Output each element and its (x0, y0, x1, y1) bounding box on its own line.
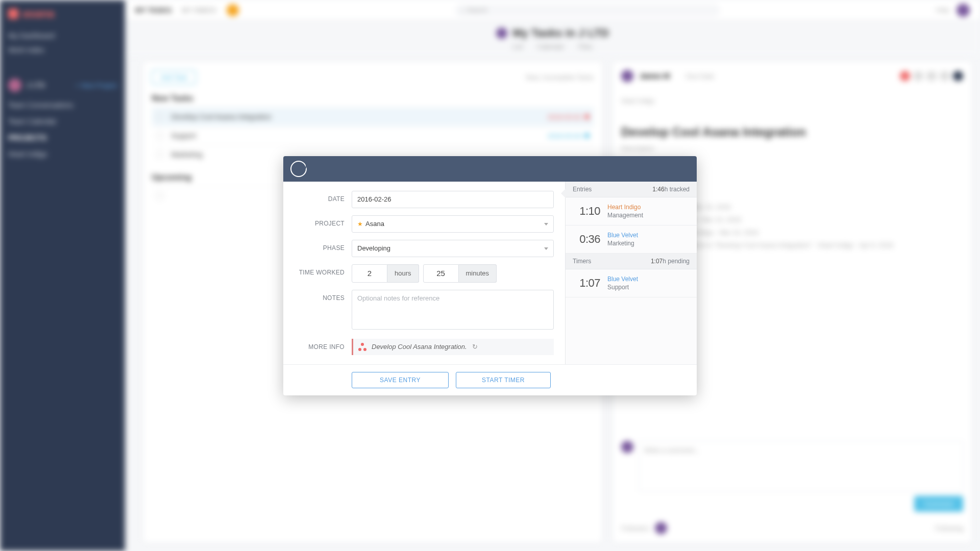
entry-row[interactable]: 0:36 Blue Velvet Marketing (566, 226, 697, 254)
modal-header (283, 156, 697, 182)
entry-time: 1:10 (573, 205, 600, 218)
label-time-worked: TIME WORKED (295, 264, 345, 276)
save-entry-button[interactable]: SAVE ENTRY (352, 372, 449, 388)
start-timer-button[interactable]: START TIMER (456, 372, 551, 388)
entries-tracked-suffix: h tracked (665, 186, 690, 193)
time-entry-modal: DATE PROJECT ★ Asana PHASE (283, 156, 697, 395)
entries-label: Entries (573, 186, 592, 193)
timer-project: Support (607, 284, 638, 291)
modal-overlay: DATE PROJECT ★ Asana PHASE (0, 0, 980, 551)
entry-form: DATE PROJECT ★ Asana PHASE (283, 182, 565, 364)
entry-row[interactable]: 1:10 Heart Indigo Management (566, 197, 697, 226)
timers-header: Timers 1:07h pending (566, 254, 697, 269)
minutes-unit: minutes (459, 264, 497, 283)
phase-select[interactable]: Developing (352, 240, 554, 257)
timers-pending-value: 1:07 (651, 258, 663, 265)
notes-textarea[interactable] (352, 290, 554, 330)
star-icon: ★ (357, 220, 363, 228)
entry-client: Heart Indigo (607, 204, 643, 211)
date-input[interactable] (352, 191, 554, 208)
hours-unit: hours (387, 264, 419, 283)
timer-time: 1:07 (573, 277, 600, 290)
entry-time: 0:36 (573, 233, 600, 246)
asana-icon (358, 343, 366, 351)
entry-project: Marketing (607, 240, 638, 247)
minutes-input[interactable] (423, 264, 459, 283)
timer-client: Blue Velvet (607, 276, 638, 283)
timers-label: Timers (573, 258, 591, 265)
phase-value: Developing (357, 244, 390, 252)
sidebar-pointer (561, 189, 566, 198)
refresh-icon[interactable]: ↻ (472, 343, 478, 350)
label-phase: PHASE (295, 240, 345, 252)
hours-input[interactable] (352, 264, 387, 283)
modal-footer: SAVE ENTRY START TIMER (283, 364, 697, 395)
label-project: PROJECT (295, 215, 345, 227)
entry-project: Management (607, 212, 643, 219)
project-value: Asana (365, 220, 384, 228)
label-more-info: MORE INFO (295, 339, 345, 350)
label-date: DATE (295, 191, 345, 203)
entries-sidebar: Entries 1:46h tracked 1:10 Heart Indigo … (565, 182, 697, 364)
entry-client: Blue Velvet (607, 232, 638, 239)
timer-app-icon (290, 161, 307, 177)
project-select[interactable]: ★ Asana (352, 215, 554, 233)
more-info-text: Develop Cool Asana Integration. (372, 343, 467, 350)
entries-tracked-value: 1:46 (652, 186, 664, 193)
more-info-box: Develop Cool Asana Integration. ↻ (352, 339, 554, 355)
timer-row[interactable]: 1:07 Blue Velvet Support (566, 269, 697, 297)
entries-header: Entries 1:46h tracked (566, 182, 697, 197)
label-notes: NOTES (295, 290, 345, 302)
timers-pending-suffix: h pending (663, 258, 690, 265)
